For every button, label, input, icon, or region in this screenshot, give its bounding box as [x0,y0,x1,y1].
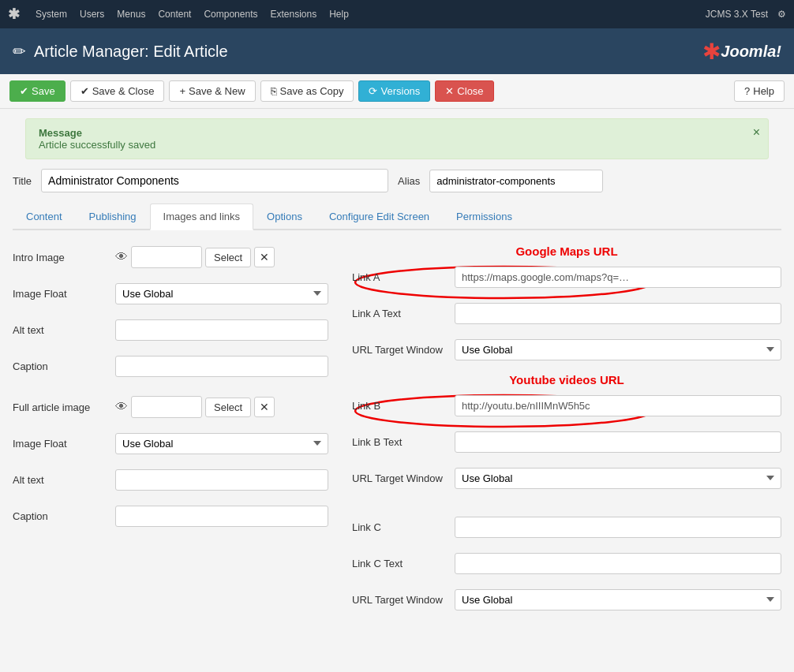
link-a-input[interactable] [455,267,781,288]
tab-bar: Content Publishing Images and links Opti… [13,203,781,230]
full-article-image-label: Full article image [13,401,115,413]
title-input[interactable] [41,169,388,192]
youtube-heading: Youtube videos URL [352,373,781,386]
link-a-text-label: Link A Text [352,308,455,319]
joomla-logo: ✱ Joomla! [702,39,781,65]
full-image-select-button[interactable]: Select [205,398,251,417]
link-c-input[interactable] [455,517,781,538]
link-c-group: Link C [352,514,781,539]
caption-input[interactable] [115,356,328,377]
url-target3-group: URL Target Window Use Global _blank _sel… [352,587,781,612]
toolbar: ✔ Save ✔ Save & Close + Save & New ⎘ Sav… [0,74,794,109]
page-title-text: Article Manager: Edit Article [34,43,228,61]
alt-text-input[interactable] [115,319,328,341]
nav-menus[interactable]: Menus [117,9,145,20]
link-a-label: Link A [352,271,455,283]
save-new-button[interactable]: + Save & New [169,80,255,102]
header-bar: ✏ Article Manager: Edit Article ✱ Joomla… [0,28,794,74]
save-close-label: Save & Close [92,85,155,97]
full-image-clear-button[interactable]: ✕ [254,397,275,417]
versions-icon: ⟳ [369,85,377,97]
google-maps-heading: Google Maps URL [352,245,781,258]
link-b-group: Link B [352,393,781,418]
link-a-group: Link A [352,264,781,289]
joomla-star-icon: ✱ [702,39,721,65]
top-navigation: ✱ System Users Menus Content Components … [0,0,794,28]
intro-image-select-button[interactable]: Select [205,248,251,267]
close-button[interactable]: ✕ Close [435,80,493,102]
nav-components[interactable]: Components [204,9,257,20]
alt-text2-group: Alt text [13,467,328,492]
save-close-button[interactable]: ✔ Save & Close [70,80,165,102]
eye-icon[interactable]: 👁 [115,250,128,264]
right-panel: Google Maps URL Link A Link A Text [352,245,781,623]
left-panel: Intro Image 👁 Select ✕ Image Float Use G… [13,245,352,623]
alt-text2-label: Alt text [13,474,115,486]
link-b-text-label: Link B Text [352,436,455,448]
intro-image-clear-button[interactable]: ✕ [254,247,275,267]
image-float-label: Image Float [13,288,115,300]
versions-button[interactable]: ⟳ Versions [358,80,430,102]
check-icon: ✔ [81,85,89,97]
tab-images-links[interactable]: Images and links [150,203,254,230]
tab-publishing[interactable]: Publishing [76,203,150,229]
save-new-label: Save & New [189,85,245,97]
main-content: Intro Image 👁 Select ✕ Image Float Use G… [13,245,781,623]
intro-image-preview [131,246,202,268]
joomla-brand-text: Joomla! [721,43,781,61]
alt-text-group: Alt text [13,317,328,342]
caption2-input[interactable] [115,506,328,527]
help-button[interactable]: ? Help [734,80,785,102]
alias-label: Alias [398,175,420,187]
caption2-label: Caption [13,510,115,522]
url-target3-select[interactable]: Use Global _blank _self [455,589,781,610]
toolbar-right: ? Help [734,80,785,102]
full-article-image-group: Full article image 👁 Select ✕ [13,394,328,420]
link-a-text-input[interactable] [455,303,781,324]
save-button[interactable]: ✔ Save [9,80,66,102]
url-target1-label: URL Target Window [352,344,455,356]
right-col-inner: Google Maps URL Link A Link A Text [352,245,781,612]
alt-text2-input[interactable] [115,469,328,491]
url-target2-group: URL Target Window Use Global _blank _sel… [352,465,781,491]
url-target1-select[interactable]: Use Global _blank _self [455,339,781,360]
question-icon: ? [744,85,750,97]
image-float2-select[interactable]: Use Global None Left Right [115,433,328,454]
top-nav-left: ✱ System Users Menus Content Components … [8,6,349,23]
url-target2-select[interactable]: Use Global _blank _self [455,468,781,489]
link-b-text-input[interactable] [455,431,781,453]
top-nav-right: JCMS 3.X Test ⚙ [706,9,786,20]
gear-icon[interactable]: ⚙ [777,9,786,20]
close-message-button[interactable]: × [753,125,760,140]
site-name: JCMS 3.X Test [706,9,768,20]
link-b-input[interactable] [455,395,781,416]
alt-text-label: Alt text [13,324,115,336]
caption-group: Caption [13,353,328,379]
message-box: × Message Article successfully saved [25,118,769,159]
tab-permissions[interactable]: Permissions [443,203,526,229]
link-a-ellipse-wrapper: Link A [352,264,781,289]
link-c-text-input[interactable] [455,553,781,574]
nav-users[interactable]: Users [80,9,104,20]
title-row: Title Alias [13,169,781,192]
nav-system[interactable]: System [36,9,67,20]
tab-configure[interactable]: Configure Edit Screen [316,203,443,229]
alias-input[interactable] [429,170,603,192]
nav-extensions[interactable]: Extensions [270,9,316,20]
link-b-text-group: Link B Text [352,429,781,454]
url-target3-label: URL Target Window [352,594,455,606]
save-copy-button[interactable]: ⎘ Save as Copy [260,80,354,102]
nav-help[interactable]: Help [329,9,349,20]
tab-options[interactable]: Options [253,203,316,229]
eye2-icon[interactable]: 👁 [115,400,128,414]
tab-content[interactable]: Content [13,203,76,229]
intro-image-field: 👁 Select ✕ [115,246,328,268]
plus-icon: + [179,85,185,97]
nav-content[interactable]: Content [158,9,191,20]
link-b-label: Link B [352,400,455,412]
image-float-select[interactable]: Use Global None Left Right [115,283,328,304]
full-image-preview [131,396,202,418]
intro-image-label: Intro Image [13,252,115,263]
link-c-label: Link C [352,521,455,533]
url-target2-label: URL Target Window [352,472,455,484]
